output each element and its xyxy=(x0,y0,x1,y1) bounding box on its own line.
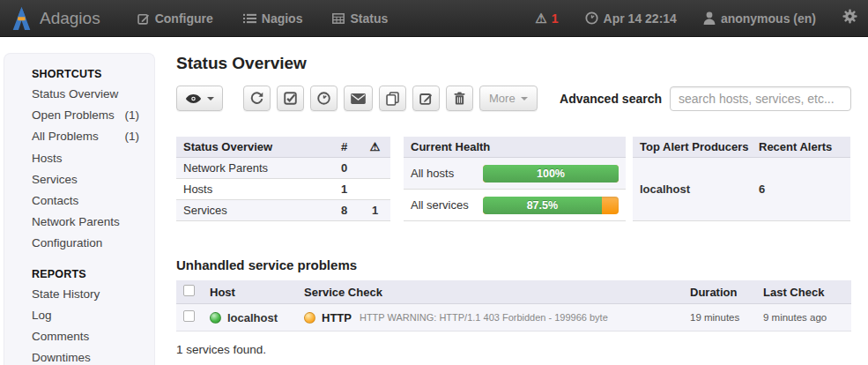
top-alert-producers-table: Top Alert Producers Recent Alerts localh… xyxy=(633,137,850,221)
warning-icon: ⚠ xyxy=(370,140,381,153)
navbar-clock[interactable]: Apr 14 22:14 xyxy=(585,11,677,26)
navbar-right: ⚠ 1 Apr 14 22:14 anonymous (en) xyxy=(535,9,857,27)
advanced-search-label: Advanced search xyxy=(560,92,662,106)
acknowledge-button[interactable] xyxy=(277,86,304,111)
sidebar-item-comments[interactable]: Comments xyxy=(32,326,154,347)
schedule-downtime-button[interactable] xyxy=(310,86,338,111)
navbar-datetime: Apr 14 22:14 xyxy=(604,11,677,26)
progress-value: 87.5% xyxy=(483,197,602,214)
table-row[interactable]: Network Parents 0 xyxy=(176,158,390,179)
sidebar-item-state-history[interactable]: State History xyxy=(32,284,154,305)
service-column-header: Service Check xyxy=(297,280,683,304)
menu-nagios-label: Nagios xyxy=(262,11,303,26)
refresh-button[interactable] xyxy=(243,86,271,111)
health-table-title: Current Health xyxy=(404,137,626,158)
user-icon xyxy=(703,11,716,25)
table-row[interactable]: Hosts 1 xyxy=(176,179,390,200)
menu-status[interactable]: Status xyxy=(332,11,388,26)
services-health-progressbar: 87.5% xyxy=(483,197,619,214)
host-link[interactable]: localhost xyxy=(227,311,278,324)
service-link[interactable]: HTTP xyxy=(322,311,352,324)
service-output: HTTP WARNING: HTTP/1.1 403 Forbidden - 1… xyxy=(360,312,608,323)
sidebar-item-configuration[interactable]: Configuration xyxy=(32,233,154,254)
sidebar-item-open-problems[interactable]: Open Problems(1) xyxy=(32,105,154,126)
table-row: All hosts 100% xyxy=(404,158,626,190)
more-button[interactable]: More xyxy=(479,86,538,111)
current-health-table: Current Health All hosts 100% All servic… xyxy=(404,137,626,221)
navbar-alerts[interactable]: ⚠ 1 xyxy=(535,11,558,26)
last-check-value: 9 minutes ago xyxy=(756,304,851,331)
service-warning-status-icon xyxy=(304,312,315,324)
recent-alerts-column-header: Recent Alerts xyxy=(752,137,850,158)
alert-count: 1 xyxy=(552,11,559,26)
host-up-status-icon xyxy=(210,312,221,324)
table-row[interactable]: localhost 6 xyxy=(633,158,850,221)
caret-down-icon xyxy=(521,97,528,101)
menu-configure-label: Configure xyxy=(155,11,213,26)
edit-button[interactable] xyxy=(412,86,440,111)
menu-nagios[interactable]: Nagios xyxy=(243,11,303,26)
producer-column-header: Top Alert Producers xyxy=(633,137,752,158)
more-button-label: More xyxy=(489,92,516,105)
main-content: Status Overview More xyxy=(176,49,851,356)
sidebar-section-reports: REPORTS xyxy=(32,264,154,284)
copy-icon xyxy=(386,92,399,106)
clock-icon xyxy=(317,92,330,105)
page-title: Status Overview xyxy=(176,54,851,73)
hosts-health-progressbar: 100% xyxy=(483,165,619,182)
copy-button[interactable] xyxy=(379,86,406,111)
menu-status-label: Status xyxy=(350,11,388,26)
edit-icon xyxy=(137,12,150,25)
search-input[interactable] xyxy=(670,86,851,111)
item-count: (1) xyxy=(125,105,140,126)
list-icon xyxy=(243,13,256,24)
settings-gear-icon[interactable] xyxy=(842,9,857,27)
sidebar-item-downtimes[interactable]: Downtimes xyxy=(32,347,154,365)
navbar-username: anonymous (en) xyxy=(721,11,816,26)
navbar-user[interactable]: anonymous (en) xyxy=(703,11,816,26)
sidebar-item-all-problems[interactable]: All Problems(1) xyxy=(32,126,154,147)
brand-name[interactable]: Adagios xyxy=(40,9,100,28)
select-all-checkbox[interactable] xyxy=(183,285,195,296)
results-count: 1 services found. xyxy=(176,343,851,356)
status-overview-table: Status Overview # ⚠ Network Parents 0 Ho… xyxy=(176,137,390,221)
duration-column-header: Duration xyxy=(683,280,756,304)
trash-icon xyxy=(454,92,465,105)
sidebar-item-network-parents[interactable]: Network Parents xyxy=(32,212,154,233)
count-column-header: # xyxy=(329,137,360,158)
clock-icon xyxy=(585,11,598,25)
navbar: Adagios Configure Nagios Status ⚠ 1 Apr … xyxy=(0,0,868,37)
sidebar-item-services[interactable]: Services xyxy=(32,169,154,190)
advanced-search: Advanced search xyxy=(560,86,851,111)
last-check-column-header: Last Check xyxy=(756,280,851,304)
eye-icon xyxy=(185,93,202,104)
problems-section-title: Unhandled service problems xyxy=(176,257,851,272)
progress-value: 100% xyxy=(483,165,619,182)
refresh-icon xyxy=(250,92,263,105)
notify-button[interactable] xyxy=(344,86,373,111)
row-checkbox[interactable] xyxy=(183,310,195,322)
sidebar-item-log[interactable]: Log xyxy=(32,305,154,326)
envelope-icon xyxy=(351,93,366,104)
check-square-icon xyxy=(284,92,297,105)
menu-configure[interactable]: Configure xyxy=(137,11,213,26)
view-toggle-button[interactable] xyxy=(176,86,223,111)
adagios-logo-icon[interactable] xyxy=(11,6,32,31)
duration-value: 19 minutes xyxy=(683,304,756,331)
warning-icon: ⚠ xyxy=(535,11,546,26)
sidebar-item-contacts[interactable]: Contacts xyxy=(32,190,154,212)
table-row: All services 87.5% xyxy=(404,190,626,221)
overview-table-title: Status Overview xyxy=(176,137,329,158)
table-row[interactable]: localhost HTTPHTTP WARNING: HTTP/1.1 403… xyxy=(176,304,851,331)
sidebar-section-shortcuts: SHORTCUTS xyxy=(32,64,154,84)
sidebar-item-hosts[interactable]: Hosts xyxy=(32,148,154,169)
table-icon xyxy=(332,13,345,24)
sidebar-item-status-overview[interactable]: Status Overview xyxy=(32,84,154,105)
table-row[interactable]: Services 8 1 xyxy=(176,200,390,221)
summary-panels: Status Overview # ⚠ Network Parents 0 Ho… xyxy=(176,137,851,221)
caret-down-icon xyxy=(207,97,214,101)
problems-table: Host Service Check Duration Last Check l… xyxy=(176,280,851,331)
navbar-menu: Configure Nagios Status xyxy=(137,11,389,26)
delete-button[interactable] xyxy=(446,86,473,111)
sidebar: SHORTCUTS Status Overview Open Problems(… xyxy=(4,53,155,365)
